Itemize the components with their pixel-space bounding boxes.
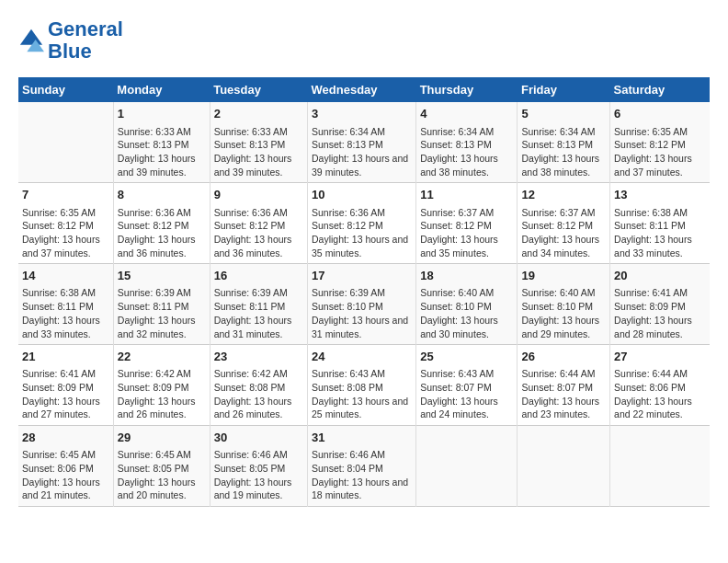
calendar-cell: 1Sunrise: 6:33 AMSunset: 8:13 PMDaylight… [113, 102, 210, 182]
day-number: 11 [420, 187, 513, 203]
cell-content: Sunrise: 6:45 AMSunset: 8:06 PMDaylight:… [22, 448, 109, 502]
daylight-text: Daylight: 13 hours and 26 minutes. [214, 395, 303, 421]
calendar-header: SundayMondayTuesdayWednesdayThursdayFrid… [18, 77, 710, 102]
day-number: 10 [312, 187, 412, 203]
calendar-cell: 17Sunrise: 6:39 AMSunset: 8:10 PMDayligh… [308, 264, 416, 345]
day-number: 24 [312, 349, 412, 365]
cell-content: Sunrise: 6:45 AMSunset: 8:05 PMDaylight:… [118, 448, 206, 502]
cell-content: Sunrise: 6:46 AMSunset: 8:04 PMDaylight:… [312, 448, 412, 502]
day-number: 23 [214, 349, 303, 365]
daylight-text: Daylight: 13 hours and 35 minutes. [312, 233, 412, 259]
sunrise-text: Sunrise: 6:37 AM [420, 206, 513, 220]
sunset-text: Sunset: 8:10 PM [521, 300, 606, 314]
sunrise-text: Sunrise: 6:45 AM [118, 448, 206, 462]
cell-content: Sunrise: 6:36 AMSunset: 8:12 PMDaylight:… [312, 206, 412, 260]
sunrise-text: Sunrise: 6:38 AM [614, 206, 706, 220]
calendar-cell: 30Sunrise: 6:46 AMSunset: 8:05 PMDayligh… [210, 426, 307, 507]
calendar-cell: 15Sunrise: 6:39 AMSunset: 8:11 PMDayligh… [113, 264, 210, 345]
day-number: 4 [420, 106, 513, 122]
cell-content: Sunrise: 6:34 AMSunset: 8:13 PMDaylight:… [312, 125, 412, 179]
sunset-text: Sunset: 8:08 PM [312, 381, 412, 395]
calendar-cell: 6Sunrise: 6:35 AMSunset: 8:12 PMDaylight… [610, 102, 710, 182]
sunset-text: Sunset: 8:06 PM [614, 381, 706, 395]
sunrise-text: Sunrise: 6:45 AM [22, 448, 109, 462]
calendar-cell: 26Sunrise: 6:44 AMSunset: 8:07 PMDayligh… [518, 345, 610, 426]
daylight-text: Daylight: 13 hours and 33 minutes. [614, 233, 706, 259]
calendar-cell: 27Sunrise: 6:44 AMSunset: 8:06 PMDayligh… [610, 345, 710, 426]
day-number: 16 [214, 268, 303, 284]
sunrise-text: Sunrise: 6:40 AM [420, 286, 513, 300]
cell-content: Sunrise: 6:40 AMSunset: 8:10 PMDaylight:… [521, 286, 606, 340]
calendar-cell: 13Sunrise: 6:38 AMSunset: 8:11 PMDayligh… [610, 183, 710, 264]
sunset-text: Sunset: 8:11 PM [118, 300, 206, 314]
sunset-text: Sunset: 8:13 PM [420, 138, 513, 152]
sunrise-text: Sunrise: 6:42 AM [118, 367, 206, 381]
day-number: 17 [312, 268, 412, 284]
sunset-text: Sunset: 8:12 PM [312, 219, 412, 233]
daylight-text: Daylight: 13 hours and 28 minutes. [614, 314, 706, 340]
calendar-cell: 21Sunrise: 6:41 AMSunset: 8:09 PMDayligh… [18, 345, 113, 426]
cell-content: Sunrise: 6:43 AMSunset: 8:07 PMDaylight:… [420, 367, 513, 421]
sunrise-text: Sunrise: 6:33 AM [118, 125, 206, 139]
sunrise-text: Sunrise: 6:33 AM [214, 125, 303, 139]
week-row-1: 1Sunrise: 6:33 AMSunset: 8:13 PMDaylight… [18, 102, 710, 182]
daylight-text: Daylight: 13 hours and 39 minutes. [312, 152, 412, 178]
sunset-text: Sunset: 8:13 PM [118, 138, 206, 152]
daylight-text: Daylight: 13 hours and 39 minutes. [214, 152, 303, 178]
sunrise-text: Sunrise: 6:39 AM [118, 286, 206, 300]
logo-icon [18, 28, 44, 53]
header-day-thursday: Thursday [416, 77, 518, 102]
cell-content: Sunrise: 6:41 AMSunset: 8:09 PMDaylight:… [22, 367, 109, 421]
calendar-cell [518, 426, 610, 507]
sunset-text: Sunset: 8:05 PM [118, 462, 206, 476]
day-number: 9 [214, 187, 303, 203]
calendar-body: 1Sunrise: 6:33 AMSunset: 8:13 PMDaylight… [18, 102, 710, 506]
cell-content: Sunrise: 6:41 AMSunset: 8:09 PMDaylight:… [614, 286, 706, 340]
logo-text: GeneralBlue [48, 18, 123, 63]
sunset-text: Sunset: 8:07 PM [420, 381, 513, 395]
daylight-text: Daylight: 13 hours and 26 minutes. [118, 395, 206, 421]
sunrise-text: Sunrise: 6:37 AM [521, 206, 606, 220]
calendar-cell: 16Sunrise: 6:39 AMSunset: 8:11 PMDayligh… [210, 264, 307, 345]
daylight-text: Daylight: 13 hours and 34 minutes. [521, 233, 606, 259]
sunset-text: Sunset: 8:07 PM [521, 381, 606, 395]
sunrise-text: Sunrise: 6:43 AM [420, 367, 513, 381]
daylight-text: Daylight: 13 hours and 31 minutes. [312, 314, 412, 340]
sunset-text: Sunset: 8:12 PM [614, 138, 706, 152]
calendar-cell [610, 426, 710, 507]
header-day-monday: Monday [113, 77, 210, 102]
sunrise-text: Sunrise: 6:36 AM [312, 206, 412, 220]
cell-content: Sunrise: 6:40 AMSunset: 8:10 PMDaylight:… [420, 286, 513, 340]
sunrise-text: Sunrise: 6:36 AM [214, 206, 303, 220]
day-number: 30 [214, 430, 303, 446]
daylight-text: Daylight: 13 hours and 19 minutes. [214, 476, 303, 502]
cell-content: Sunrise: 6:33 AMSunset: 8:13 PMDaylight:… [118, 125, 206, 179]
cell-content: Sunrise: 6:34 AMSunset: 8:13 PMDaylight:… [420, 125, 513, 179]
day-number: 5 [521, 106, 606, 122]
logo: GeneralBlue [18, 18, 123, 63]
sunset-text: Sunset: 8:12 PM [420, 219, 513, 233]
sunset-text: Sunset: 8:05 PM [214, 462, 303, 476]
calendar-cell: 5Sunrise: 6:34 AMSunset: 8:13 PMDaylight… [518, 102, 610, 182]
cell-content: Sunrise: 6:38 AMSunset: 8:11 PMDaylight:… [614, 206, 706, 260]
sunset-text: Sunset: 8:06 PM [22, 462, 109, 476]
calendar-cell: 24Sunrise: 6:43 AMSunset: 8:08 PMDayligh… [308, 345, 416, 426]
cell-content: Sunrise: 6:33 AMSunset: 8:13 PMDaylight:… [214, 125, 303, 179]
day-number: 19 [521, 268, 606, 284]
calendar-cell [416, 426, 518, 507]
sunset-text: Sunset: 8:11 PM [22, 300, 109, 314]
daylight-text: Daylight: 13 hours and 37 minutes. [614, 152, 706, 178]
day-number: 15 [118, 268, 206, 284]
day-number: 1 [118, 106, 206, 122]
cell-content: Sunrise: 6:36 AMSunset: 8:12 PMDaylight:… [214, 206, 303, 260]
day-number: 13 [614, 187, 706, 203]
day-number: 7 [22, 187, 109, 203]
cell-content: Sunrise: 6:42 AMSunset: 8:08 PMDaylight:… [214, 367, 303, 421]
cell-content: Sunrise: 6:37 AMSunset: 8:12 PMDaylight:… [420, 206, 513, 260]
daylight-text: Daylight: 13 hours and 36 minutes. [118, 233, 206, 259]
calendar-cell: 8Sunrise: 6:36 AMSunset: 8:12 PMDaylight… [113, 183, 210, 264]
day-number: 18 [420, 268, 513, 284]
cell-content: Sunrise: 6:35 AMSunset: 8:12 PMDaylight:… [22, 206, 109, 260]
cell-content: Sunrise: 6:43 AMSunset: 8:08 PMDaylight:… [312, 367, 412, 421]
calendar-cell: 11Sunrise: 6:37 AMSunset: 8:12 PMDayligh… [416, 183, 518, 264]
